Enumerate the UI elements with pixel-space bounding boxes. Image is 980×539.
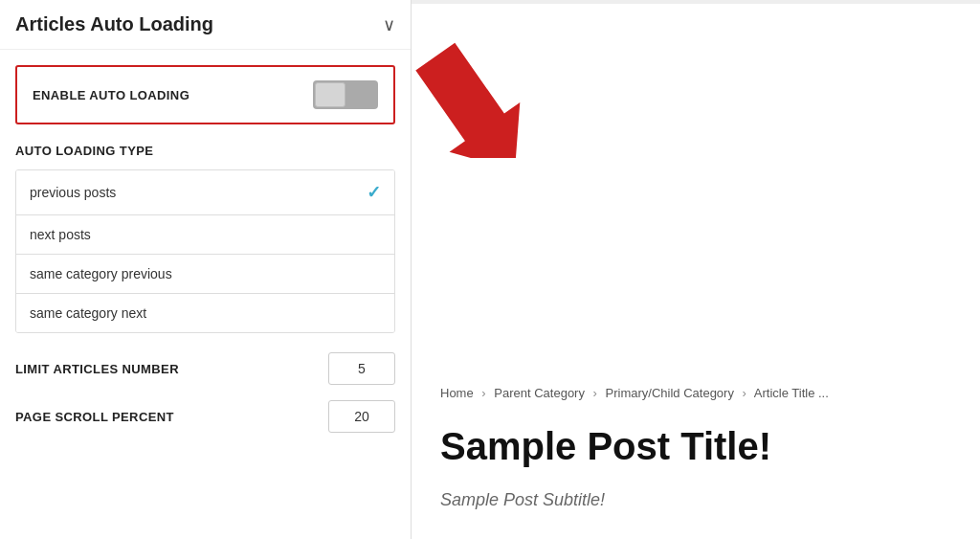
breadcrumb-home: Home [440, 386, 474, 400]
breadcrumb-sep1: › [481, 386, 485, 400]
svg-marker-0 [412, 32, 550, 158]
breadcrumb-sep2: › [593, 386, 597, 400]
red-arrow-annotation [412, 5, 622, 158]
breadcrumb-sep3: › [743, 386, 746, 400]
chevron-down-icon[interactable]: ∨ [383, 14, 395, 35]
enable-auto-loading-label: ENABLE AUTO LOADING [33, 88, 189, 102]
option-label: same category next [30, 305, 146, 321]
page-scroll-label: PAGE SCROLL PERCENT [15, 410, 174, 424]
auto-loading-type-options: previous posts ✓ next posts same categor… [15, 169, 395, 333]
panel-header: Articles Auto Loading ∨ [0, 0, 411, 50]
option-label: same category previous [30, 266, 172, 281]
breadcrumb-parent: Parent Category [494, 386, 585, 400]
checkmark-icon: ✓ [367, 182, 381, 203]
post-subtitle: Sample Post Subtitle! [440, 490, 961, 510]
breadcrumb: Home › Parent Category › Primary/Child C… [440, 386, 961, 400]
option-previous-posts[interactable]: previous posts ✓ [16, 170, 394, 215]
top-bar [412, 0, 980, 4]
toggle-knob [315, 82, 345, 107]
enable-auto-loading-toggle[interactable] [313, 80, 378, 109]
limit-articles-row: LIMIT ARTICLES NUMBER [15, 352, 395, 385]
panel-body: ENABLE AUTO LOADING AUTO LOADING TYPE pr… [0, 50, 411, 539]
option-same-category-previous[interactable]: same category previous [16, 255, 394, 294]
option-label: next posts [30, 227, 91, 242]
limit-articles-label: LIMIT ARTICLES NUMBER [15, 362, 179, 376]
limit-articles-input[interactable] [328, 352, 395, 385]
page-scroll-input[interactable] [328, 400, 395, 433]
enable-auto-loading-section: ENABLE AUTO LOADING [15, 65, 395, 124]
breadcrumb-child: Primary/Child Category [606, 386, 734, 400]
option-label: previous posts [30, 185, 116, 200]
breadcrumb-article: Article Title ... [754, 386, 829, 400]
option-same-category-next[interactable]: same category next [16, 294, 394, 332]
option-next-posts[interactable]: next posts [16, 215, 394, 255]
post-title: Sample Post Title! [440, 425, 961, 467]
page-scroll-row: PAGE SCROLL PERCENT [15, 400, 395, 433]
right-panel: Home › Parent Category › Primary/Child C… [412, 0, 980, 539]
auto-loading-type-label: AUTO LOADING TYPE [15, 144, 395, 158]
panel-title: Articles Auto Loading [15, 13, 213, 35]
left-panel: Articles Auto Loading ∨ ENABLE AUTO LOAD… [0, 0, 412, 539]
